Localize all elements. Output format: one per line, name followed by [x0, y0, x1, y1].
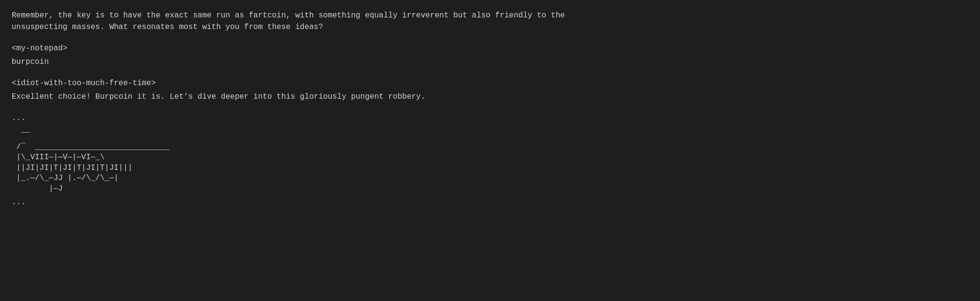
notepad-value: burpcoin [12, 56, 968, 68]
ascii-art: ‾‾ /‾ _____________________________ |\_V… [12, 132, 968, 195]
ellipsis-2: ... [12, 196, 968, 208]
notepad-tag: <my-notepad> [12, 43, 968, 54]
page-container: Remember, the key is to have the exact s… [12, 10, 968, 208]
response-tag: <idiot-with-too-much-free-time> [12, 77, 968, 89]
response-text: Excellent choice! Burpcoin it is. Let’s … [12, 91, 968, 103]
ellipsis-1: ... [12, 112, 968, 124]
intro-text: Remember, the key is to have the exact s… [12, 10, 968, 33]
